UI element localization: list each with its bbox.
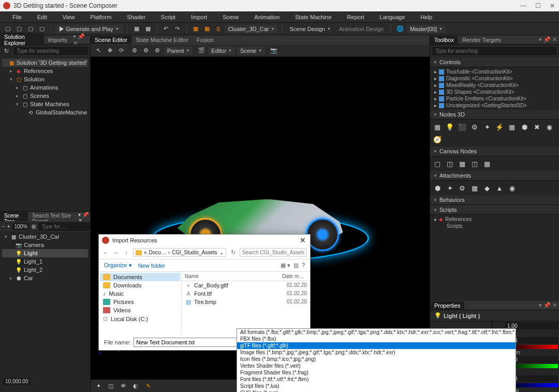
format-option-selected[interactable]: glTF files (*.gltf;*.glb)	[237, 342, 516, 349]
folder-documents[interactable]: Documents	[100, 273, 180, 281]
format-option[interactable]: Image files (*.bmp;*.jpg;*.jpeg;*.gif;*.…	[237, 349, 516, 356]
nav-back-icon[interactable]: ←	[102, 250, 109, 256]
pin-icon[interactable]: ▾ 📌 ✕	[537, 302, 559, 309]
menu-view[interactable]: View	[55, 12, 82, 22]
scripts-scripts[interactable]: Scripts	[432, 223, 557, 229]
details-icon[interactable]: ▥	[293, 262, 299, 269]
canvas-icon[interactable]: ▦	[457, 158, 467, 169]
render-targets-tab[interactable]: Render Targets	[458, 36, 505, 44]
file-row[interactable]: ▫Car_Body.gltf01.02.20	[182, 281, 310, 289]
organize-button[interactable]: Organize ▾	[104, 262, 132, 269]
vp-tool-3[interactable]: 👁	[119, 381, 128, 390]
format-option[interactable]: Vertex Shader files (*.vert)	[237, 362, 516, 369]
toolbox-search[interactable]	[432, 46, 557, 56]
menu-scene[interactable]: Scene	[215, 12, 246, 22]
node-icon[interactable]: ▦	[507, 122, 517, 132]
menu-help[interactable]: Help	[414, 12, 440, 22]
menu-state-machine[interactable]: State Machine	[288, 12, 339, 22]
attach-icon[interactable]: ◆	[482, 183, 492, 193]
node-icon[interactable]: ⚡	[494, 122, 505, 132]
view-icon[interactable]: ▦ ▾	[281, 262, 290, 269]
solution-animations[interactable]: ▸▢Animations	[2, 83, 88, 92]
breadcrumb[interactable]: « Docu…› CGI_Studio_Assets ⌄	[133, 248, 226, 257]
solution-scenes[interactable]: ▸▢Scenes	[2, 92, 88, 100]
canvas-section[interactable]: Canvas Nodes	[430, 147, 559, 156]
tree-camera[interactable]: 📷Camera	[2, 241, 88, 249]
menu-shader[interactable]: Shader	[120, 12, 152, 22]
format-option[interactable]: Icon files (*.bmp;*.ico;*.jpg;*.png)	[237, 356, 516, 362]
vp-tool-2[interactable]: ◫	[106, 381, 115, 390]
camera-icon[interactable]: 🎬	[197, 46, 206, 55]
solution-node[interactable]: ▾▢Solution	[2, 75, 88, 83]
toolbox-tab[interactable]: Toolbox	[430, 36, 458, 44]
minimize-button[interactable]: —	[520, 2, 527, 9]
rotate-icon[interactable]: ⟳	[116, 46, 126, 55]
vp-tool-5[interactable]: ✎	[143, 381, 153, 390]
attach-icon[interactable]: ✦	[445, 183, 455, 193]
redo-icon[interactable]: ↷	[173, 24, 182, 34]
canvas-icon[interactable]: ▦	[482, 158, 492, 169]
node-icon[interactable]: 🧭	[432, 134, 443, 144]
refresh-icon[interactable]: ↻	[229, 249, 237, 256]
parent-dropdown[interactable]: Parent	[164, 47, 193, 55]
scene-icon-1[interactable]: ▦	[191, 24, 200, 34]
scene-design-tab[interactable]: Scene Design	[286, 25, 333, 33]
globe-icon[interactable]: 🌐	[395, 24, 405, 34]
attach-icon[interactable]: ◉	[507, 183, 517, 193]
solution-explorer-tab[interactable]: Solution Explorer	[0, 33, 44, 47]
node-icon[interactable]: ⬢	[519, 122, 529, 132]
control-item[interactable]: ▸MixedReality <ConstructionKit>	[432, 82, 557, 89]
expand-icon[interactable]: ⊞	[32, 222, 36, 231]
state-machine-editor-tab[interactable]: State Machine Editor	[131, 36, 193, 44]
menu-language[interactable]: Language	[373, 12, 413, 22]
menu-import[interactable]: Import	[184, 12, 214, 22]
attachments-section[interactable]: Attachments	[430, 171, 559, 181]
folder-music[interactable]: ♪Music	[100, 289, 180, 298]
scripts-section[interactable]: Scripts	[430, 205, 559, 215]
tree-light[interactable]: 💡Light	[2, 249, 88, 257]
folder-videos[interactable]: Videos	[100, 306, 180, 314]
zoom-out-icon[interactable]: −	[2, 222, 5, 231]
vp-tool-4[interactable]: ◐	[131, 381, 140, 390]
attach-icon[interactable]: ▲	[494, 183, 505, 193]
attach-icon[interactable]: ⬢	[432, 183, 443, 193]
toolbar-icon-a[interactable]: ▦	[132, 24, 141, 34]
format-option[interactable]: Script files (*.lua)	[237, 383, 516, 389]
scene-tree-tab[interactable]: Scene Tree	[0, 212, 28, 221]
scripts-references[interactable]: ▸◆References	[432, 216, 557, 223]
controls-section[interactable]: Controls	[430, 57, 559, 67]
generate-play-button[interactable]: Generate and Play ▼	[55, 25, 123, 33]
file-row[interactable]: ▧Tire.bmp01.02.20	[182, 298, 310, 307]
format-option[interactable]: Font files (*.ttf;*.otf;*.fnt;*.fbm)	[237, 376, 516, 383]
toolbar-icon-b[interactable]: ▦	[143, 24, 153, 34]
nav-up-icon[interactable]: ↑	[123, 250, 130, 256]
attach-icon[interactable]: ▦	[469, 183, 480, 193]
tree-car[interactable]: ▸⬢Car	[2, 274, 88, 282]
dialog-search-input[interactable]	[240, 248, 307, 257]
folder-downloads[interactable]: Downloads	[100, 281, 180, 289]
menu-file[interactable]: File	[5, 12, 29, 22]
light-node-icon[interactable]: 💡	[445, 122, 455, 132]
properties-tab[interactable]: Properties	[430, 301, 464, 310]
menu-script[interactable]: Script	[154, 12, 183, 22]
solution-references[interactable]: ▸◆References	[2, 67, 88, 75]
refresh-icon[interactable]: ↻	[2, 47, 11, 56]
menu-edit[interactable]: Edit	[30, 12, 54, 22]
tree-light-2[interactable]: 💡Light_2	[2, 266, 88, 274]
nodes3d-section[interactable]: Nodes 3D	[430, 110, 559, 120]
col-name[interactable]: Name	[182, 272, 279, 281]
format-option[interactable]: FBX files (*.fbx)	[237, 336, 516, 342]
pin-icon[interactable]: ▾ 📌 ✕	[537, 36, 559, 43]
control-item[interactable]: ▸3D Shapes <ConstructionKit>	[432, 89, 557, 95]
scene-icon-2[interactable]: ▦	[202, 24, 212, 34]
tool-icon-2[interactable]: ⚙	[141, 46, 151, 55]
control-item[interactable]: ▸Diagnostic <ConstructionKit>	[432, 75, 557, 82]
scene-dropdown[interactable]: Scene	[237, 47, 265, 55]
format-option[interactable]: Fragment Shader files (*.frag)	[237, 369, 516, 376]
close-button[interactable]: ✕	[549, 2, 556, 9]
node-icon[interactable]: ✦	[482, 122, 492, 132]
canvas-icon[interactable]: ◫	[469, 158, 480, 169]
format-option[interactable]: SVG files (*.svg)	[237, 389, 516, 392]
search-text-size-tab[interactable]: Search Text Size Report	[28, 212, 78, 221]
zoom-in-icon[interactable]: +	[7, 222, 10, 231]
